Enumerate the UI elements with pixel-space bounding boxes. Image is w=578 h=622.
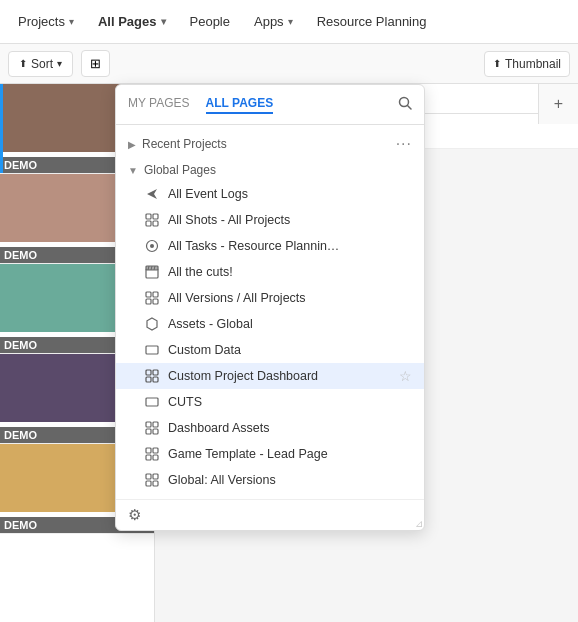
menu-item-game-template-left: Game Template - Lead Page — [144, 446, 328, 462]
section-global-label: Global Pages — [144, 163, 216, 177]
dropdown-resize-handle[interactable]: ⊿ — [415, 518, 423, 529]
grid-small-icon-versions — [144, 290, 160, 306]
menu-item-event-logs[interactable]: All Event Logs — [116, 181, 424, 207]
nav-item-all-pages[interactable]: All Pages ▾ — [88, 8, 176, 35]
circle-check-icon — [144, 238, 160, 254]
menu-item-all-shots[interactable]: All Shots - All Projects — [116, 207, 424, 233]
menu-item-custom-data-left: Custom Data — [144, 342, 241, 358]
svg-rect-26 — [153, 422, 158, 427]
svg-rect-6 — [153, 221, 158, 226]
grid-icon-dashboard-assets — [144, 420, 160, 436]
menu-item-custom-project-dashboard[interactable]: Custom Project Dashboard ☆ — [116, 363, 424, 389]
plane-icon — [144, 186, 160, 202]
menu-label-all-cuts: All the cuts! — [168, 265, 233, 279]
nav-label-resource-planning: Resource Planning — [317, 14, 427, 29]
grid-icon-global-versions — [144, 472, 160, 488]
menu-item-custom-data[interactable]: Custom Data — [116, 337, 424, 363]
dropdown-search-button[interactable] — [398, 96, 412, 113]
menu-label-cuts: CUTS — [168, 395, 202, 409]
svg-rect-17 — [153, 299, 158, 304]
top-nav: Projects ▾ All Pages ▾ People Apps ▾ Res… — [0, 0, 578, 44]
menu-label-game-template: Game Template - Lead Page — [168, 447, 328, 461]
svg-rect-19 — [146, 346, 158, 354]
svg-rect-29 — [146, 448, 151, 453]
svg-rect-33 — [146, 474, 151, 479]
add-column-icon: + — [554, 95, 563, 113]
menu-item-assets-global[interactable]: Assets - Global — [116, 311, 424, 337]
tab-my-pages[interactable]: MY PAGES — [128, 96, 190, 114]
nav-label-people: People — [190, 14, 230, 29]
arrow-global: ▼ — [128, 165, 138, 176]
svg-rect-36 — [153, 481, 158, 486]
menu-label-all-tasks: All Tasks - Resource Plannin… — [168, 239, 339, 253]
dropdown-tabs: MY PAGES ALL PAGES — [116, 85, 424, 125]
menu-item-all-versions-left: All Versions / All Projects — [144, 290, 306, 306]
menu-item-game-template[interactable]: Game Template - Lead Page — [116, 441, 424, 467]
grid-icon-dashboard — [144, 368, 160, 384]
svg-rect-28 — [153, 429, 158, 434]
menu-item-all-tasks[interactable]: All Tasks - Resource Plannin… — [116, 233, 424, 259]
svg-rect-21 — [153, 370, 158, 375]
sort-label: Sort — [31, 57, 53, 71]
rect-icon-cuts — [144, 394, 160, 410]
settings-gear-icon[interactable]: ⚙ — [128, 506, 141, 524]
clapperboard-icon — [144, 264, 160, 280]
svg-rect-15 — [153, 292, 158, 297]
menu-label-event-logs: All Event Logs — [168, 187, 248, 201]
sort-button[interactable]: ⬆ Sort ▾ — [8, 51, 73, 77]
section-recent-projects[interactable]: ▶ Recent Projects ··· — [116, 131, 424, 157]
svg-rect-20 — [146, 370, 151, 375]
menu-item-all-cuts-left: All the cuts! — [144, 264, 233, 280]
svg-rect-34 — [153, 474, 158, 479]
svg-rect-22 — [146, 377, 151, 382]
svg-rect-32 — [153, 455, 158, 460]
thumbnail-up-icon: ⬆ — [493, 58, 501, 69]
nav-item-people[interactable]: People — [180, 8, 240, 35]
star-dashboard-button[interactable]: ☆ — [399, 368, 412, 384]
svg-rect-35 — [146, 481, 151, 486]
grid-icon-game-template — [144, 446, 160, 462]
recent-more-button[interactable]: ··· — [396, 135, 412, 153]
menu-label-all-shots: All Shots - All Projects — [168, 213, 290, 227]
svg-line-1 — [408, 106, 412, 110]
thumbnail-label: Thumbnail — [505, 57, 561, 71]
nav-item-projects[interactable]: Projects ▾ — [8, 8, 84, 35]
menu-label-dashboard-assets: Dashboard Assets — [168, 421, 269, 435]
all-pages-dropdown: MY PAGES ALL PAGES ▶ Recent Projects ··· — [115, 84, 425, 531]
menu-item-cuts[interactable]: CUTS — [116, 389, 424, 415]
sort-up-icon: ⬆ — [19, 58, 27, 69]
svg-rect-31 — [146, 455, 151, 460]
thumbnail-toggle[interactable]: ⬆ Thumbnail — [484, 51, 570, 77]
filter-button[interactable]: ⊞ — [81, 50, 110, 77]
menu-item-all-cuts[interactable]: All the cuts! — [116, 259, 424, 285]
svg-rect-3 — [146, 214, 151, 219]
svg-rect-14 — [146, 292, 151, 297]
svg-rect-24 — [146, 398, 158, 406]
hexagon-icon — [144, 316, 160, 332]
svg-rect-30 — [153, 448, 158, 453]
grid-small-icon-shots — [144, 212, 160, 228]
menu-label-global-all-versions: Global: All Versions — [168, 473, 276, 487]
main-area: DEMO DEMO DEMO DEMO DEMO Active Feature — [0, 84, 578, 622]
menu-item-all-versions[interactable]: All Versions / All Projects — [116, 285, 424, 311]
toolbar: ⬆ Sort ▾ ⊞ ⬆ Thumbnail — [0, 44, 578, 84]
chevron-all-pages: ▾ — [161, 16, 166, 27]
menu-item-dashboard-assets-left: Dashboard Assets — [144, 420, 269, 436]
menu-item-cuts-left: CUTS — [144, 394, 202, 410]
dropdown-footer: ⚙ — [116, 499, 424, 530]
menu-item-assets-global-left: Assets - Global — [144, 316, 253, 332]
section-global-pages[interactable]: ▼ Global Pages — [116, 159, 424, 181]
svg-rect-4 — [153, 214, 158, 219]
section-recent-label: Recent Projects — [142, 137, 227, 151]
filter-icon: ⊞ — [90, 56, 101, 71]
svg-rect-16 — [146, 299, 151, 304]
menu-label-all-versions: All Versions / All Projects — [168, 291, 306, 305]
tab-all-pages[interactable]: ALL PAGES — [206, 96, 274, 114]
nav-item-apps[interactable]: Apps ▾ — [244, 8, 303, 35]
menu-item-global-all-versions[interactable]: Global: All Versions — [116, 467, 424, 493]
nav-item-resource-planning[interactable]: Resource Planning — [307, 8, 437, 35]
menu-item-dashboard-assets[interactable]: Dashboard Assets — [116, 415, 424, 441]
nav-label-all-pages: All Pages — [98, 14, 157, 29]
chevron-projects: ▾ — [69, 16, 74, 27]
add-column-button[interactable]: + — [538, 84, 578, 124]
